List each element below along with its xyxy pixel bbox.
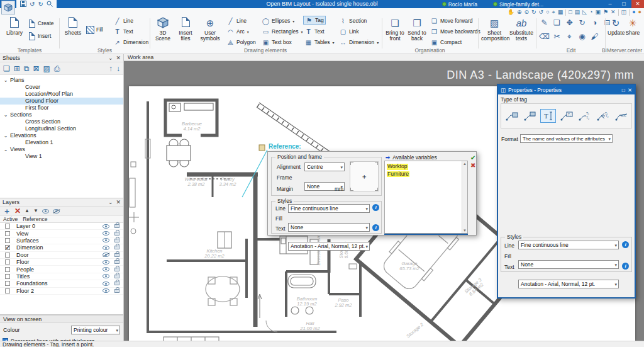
tag-type-stacked-values-icon[interactable]: T₁T₂ [577, 109, 592, 123]
dimension-tool-button[interactable]: ↔Dimension▾ [338, 38, 380, 47]
sheet-composition-button[interactable]: ▨ Sheet composition [481, 17, 508, 42]
offset-icon[interactable]: ⌖ [564, 31, 575, 42]
sheet-item-elevation-1[interactable]: Elevation 1 [0, 139, 123, 146]
update-button[interactable]: ↻ Update [608, 17, 624, 36]
text-style-select[interactable]: Anotation - Arial, Normal, 12 pt.▾ [518, 280, 619, 288]
sheet-item-ground-floor[interactable]: Ground Floor [0, 98, 123, 105]
flag-icon[interactable]: ⚑ [603, 9, 608, 16]
fill-style-button[interactable]: Fill [85, 25, 104, 34]
visibility-icon[interactable] [103, 267, 109, 271]
layer-row[interactable]: Door [0, 252, 123, 259]
minimize-button[interactable]: – [604, 0, 616, 8]
orbit-icon[interactable]: ○ [546, 9, 549, 16]
sheet-item-cross-section[interactable]: Cross Section [0, 118, 123, 125]
polygon-tool-button[interactable]: ⟁Polygon [225, 38, 257, 47]
sheet-styles-button[interactable]: Sheets [62, 17, 84, 36]
line-tool-button[interactable]: ╱Line [225, 16, 248, 25]
delete-sheet-icon[interactable]: ⊠ [33, 64, 39, 73]
undo-icon[interactable]: ↺ [30, 1, 35, 8]
move-forward-button[interactable]: ❏Move forward [429, 16, 474, 25]
colour-select[interactable]: Printing colour▾ [71, 326, 120, 334]
tables-tool-button[interactable]: ▦Tables▾ [303, 38, 336, 47]
print-sheet-icon[interactable]: ⎙ [54, 64, 60, 73]
send-to-back-button[interactable]: ❐ Send to back [406, 17, 428, 42]
sheets-group-plans[interactable]: ⌄Plans [0, 77, 123, 84]
visibility-icon[interactable] [103, 260, 109, 265]
sheet-item-longitudinal-section[interactable]: Longitudinal Section [0, 125, 123, 132]
variable-furniture[interactable]: Furniture [387, 171, 409, 178]
visibility-icon[interactable] [103, 282, 109, 286]
substitute-texts-button[interactable]: ab Substitute texts [509, 17, 534, 42]
maximize-button[interactable]: □ [618, 0, 630, 8]
ellipses-tool-button[interactable]: ◯Ellipses▾ [260, 16, 296, 25]
text-info-icon[interactable]: i [372, 224, 379, 231]
text-tool-button[interactable]: TText [303, 27, 326, 36]
lock-icon[interactable] [114, 232, 119, 236]
app-icon[interactable] [1, 1, 15, 14]
pan-icon[interactable]: ✋ [508, 9, 514, 16]
line-style-button[interactable]: ╱ Line [112, 16, 135, 25]
layer-row[interactable]: Floor [0, 259, 123, 266]
web-icon[interactable]: ● [632, 9, 635, 16]
mirror-icon[interactable]: ◑ [589, 17, 601, 28]
lock-icon[interactable] [114, 253, 119, 257]
lock-icon[interactable] [114, 268, 119, 271]
insert-files-button[interactable]: Insert files [175, 17, 196, 42]
variable-worktop[interactable]: Worktop [387, 164, 408, 170]
zoom-window-icon[interactable]: ⊕ [517, 9, 522, 16]
layer-checkbox[interactable] [5, 224, 10, 229]
move-icon[interactable]: ✥ [564, 17, 575, 28]
cancel-icon[interactable]: ✖ [470, 162, 475, 169]
visibility-icon[interactable] [103, 224, 109, 229]
anchor-position-selector[interactable]: ＋ [350, 161, 379, 191]
bring-to-front-button[interactable]: ❏ Bring to front [384, 17, 406, 42]
share-button[interactable]: ✳ Share [625, 17, 641, 36]
layer-checkbox[interactable] [5, 238, 10, 243]
layer-row[interactable]: ✔Dimension [0, 244, 123, 251]
tag-text-editor[interactable]: Worktop Furniture ▲▼ [384, 161, 468, 234]
show-all-layers-icon[interactable] [42, 207, 49, 215]
layer-checkbox[interactable] [5, 253, 10, 258]
library-button[interactable]: Library [4, 17, 25, 36]
edit-pencil-icon[interactable]: ✎ [538, 17, 550, 28]
line-style-select[interactable]: Fine continuous line▾ [288, 204, 370, 213]
search-icon[interactable] [47, 1, 53, 8]
edit-sheet-icon[interactable]: ▨ [43, 64, 50, 73]
layer-checkbox[interactable] [5, 281, 10, 286]
sphere-icon[interactable]: ◉ [576, 31, 588, 42]
layer-checkbox-checked[interactable]: ✔ [5, 245, 10, 250]
match-properties-icon[interactable]: 🖌 [589, 31, 601, 42]
add-sheet-icon[interactable]: ⊞ [14, 64, 20, 73]
layer-checkbox[interactable] [5, 288, 10, 293]
sheets-group-elevations[interactable]: ⌄Elevations [0, 132, 123, 139]
close-panel-icon[interactable]: ✕ [628, 87, 632, 93]
layer-row[interactable]: Surfaces [0, 237, 123, 244]
sheet-item-location-roof-plan[interactable]: Location/Roof Plan [0, 91, 123, 98]
arc-tool-button[interactable]: ◠Arc▾ [225, 27, 250, 36]
zoom-previous-icon[interactable]: ↺ [539, 9, 544, 16]
tag-type-value-box-icon[interactable]: T₁ [558, 109, 574, 123]
help-icon[interactable]: ● [638, 9, 641, 16]
layer-row[interactable]: Layer 0 [0, 223, 123, 230]
zoom-all-icon[interactable]: ⊙ [524, 9, 529, 16]
rectangles-tool-button[interactable]: ▭Rectangles▾ [260, 27, 304, 36]
close-button[interactable]: ✕ [631, 0, 644, 8]
tag-type-box-icon[interactable] [504, 109, 519, 123]
elevation-view-icon[interactable]: ◺ [582, 9, 587, 16]
save-icon[interactable] [20, 1, 26, 8]
sheet-view-icon[interactable]: ▤ [575, 9, 580, 16]
lock-icon[interactable] [114, 282, 119, 285]
layer-row[interactable]: Floor 2 [0, 288, 123, 295]
lock-icon[interactable] [114, 239, 119, 242]
text-info-icon[interactable]: i [622, 263, 629, 270]
eraser-icon[interactable]: ⌫ [538, 31, 550, 42]
layer-checkbox[interactable] [5, 267, 10, 272]
delete-layer-icon[interactable]: ✕ [14, 207, 21, 215]
lock-icon[interactable] [114, 224, 119, 228]
fill-style-select[interactable]: None▾ [518, 260, 619, 269]
line-info-icon[interactable]: i [372, 204, 379, 211]
lock-icon[interactable] [114, 275, 119, 278]
layer-row[interactable]: Titles [0, 273, 123, 280]
tag-type-branched-values-icon[interactable]: T₁T₂ [595, 109, 611, 123]
copy-sheet-icon[interactable]: ⧉ [24, 64, 30, 73]
